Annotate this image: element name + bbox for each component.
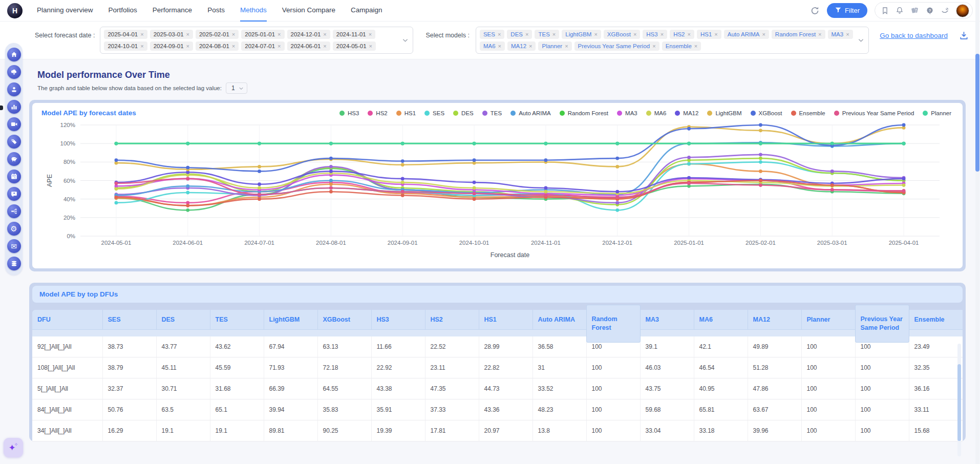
model-chip[interactable]: XGBoost× bbox=[604, 30, 640, 39]
legend-item-hs1[interactable]: HS1 bbox=[396, 110, 416, 116]
model-chip[interactable]: MA6× bbox=[480, 41, 505, 51]
refresh-icon[interactable] bbox=[810, 6, 820, 15]
model-chip[interactable]: Ensemble× bbox=[662, 41, 701, 51]
chip-close-icon[interactable]: × bbox=[323, 32, 326, 37]
chip-close-icon[interactable]: × bbox=[594, 32, 597, 37]
legend-item-hs2[interactable]: HS2 bbox=[368, 110, 387, 116]
date-chip[interactable]: 2024-11-01× bbox=[333, 30, 375, 39]
model-chip[interactable]: TES× bbox=[535, 30, 559, 39]
table-scrollbar[interactable] bbox=[957, 344, 961, 456]
model-chip[interactable]: LightGBM× bbox=[562, 30, 601, 39]
chip-close-icon[interactable]: × bbox=[140, 44, 143, 49]
models-select[interactable]: SES×DES×TES×LightGBM×XGBoost×HS3×HS2×HS1… bbox=[476, 27, 869, 54]
page-scrollbar[interactable] bbox=[975, 0, 979, 464]
chip-close-icon[interactable]: × bbox=[818, 32, 821, 37]
date-chip[interactable]: 2025-03-01× bbox=[150, 30, 193, 39]
legend-item-hs3[interactable]: HS3 bbox=[339, 110, 359, 116]
date-chip[interactable]: 2025-02-01× bbox=[196, 30, 239, 39]
integrations-icon[interactable] bbox=[7, 204, 21, 218]
page-scrollbar-thumb[interactable] bbox=[975, 54, 979, 172]
legend-item-xgboost[interactable]: XGBoost bbox=[751, 110, 782, 116]
legend-item-planner[interactable]: Planner bbox=[923, 110, 951, 116]
date-chip[interactable]: 2025-04-01× bbox=[104, 30, 147, 39]
legend-item-tes[interactable]: TES bbox=[482, 110, 502, 116]
chip-close-icon[interactable]: × bbox=[525, 32, 528, 37]
nav-item-version-compare[interactable]: Version Compare bbox=[282, 0, 335, 22]
date-chip[interactable]: 2025-01-01× bbox=[241, 30, 284, 39]
chip-close-icon[interactable]: × bbox=[140, 32, 143, 37]
nav-item-planning-overview[interactable]: Planning overview bbox=[37, 0, 93, 22]
payments-icon[interactable] bbox=[7, 82, 21, 96]
chip-close-icon[interactable]: × bbox=[323, 44, 326, 49]
chip-close-icon[interactable]: × bbox=[552, 32, 556, 37]
settings-icon[interactable]: ⚙ bbox=[7, 222, 21, 236]
help-icon[interactable]: ? bbox=[926, 7, 934, 15]
legend-item-ma3[interactable]: MA3 bbox=[617, 110, 637, 116]
chip-close-icon[interactable]: × bbox=[565, 44, 568, 49]
chip-close-icon[interactable]: × bbox=[762, 32, 765, 37]
chip-close-icon[interactable]: × bbox=[661, 32, 664, 37]
model-chip[interactable]: Random Forest× bbox=[772, 30, 825, 39]
model-chip[interactable]: Auto ARIMA× bbox=[724, 30, 769, 39]
hands-icon[interactable] bbox=[941, 7, 949, 15]
chip-close-icon[interactable]: × bbox=[633, 32, 636, 37]
legend-item-auto-arima[interactable]: Auto ARIMA bbox=[510, 110, 551, 116]
chip-close-icon[interactable]: × bbox=[278, 32, 281, 37]
data-icon[interactable] bbox=[7, 257, 21, 270]
chip-close-icon[interactable]: × bbox=[529, 44, 532, 49]
table-scrollbar-thumb[interactable] bbox=[957, 364, 961, 441]
chip-close-icon[interactable]: × bbox=[688, 32, 691, 37]
analytics-icon[interactable] bbox=[7, 100, 21, 114]
nav-item-methods[interactable]: Methods bbox=[240, 0, 267, 22]
chip-close-icon[interactable]: × bbox=[846, 32, 849, 37]
model-chip[interactable]: MA3× bbox=[828, 30, 853, 39]
legend-item-ma6[interactable]: MA6 bbox=[646, 110, 667, 116]
whats-new-icon[interactable] bbox=[910, 6, 919, 15]
savings-icon[interactable] bbox=[7, 152, 21, 166]
alerts-icon[interactable] bbox=[7, 65, 21, 79]
pricing-icon[interactable] bbox=[7, 135, 21, 149]
model-chip[interactable]: MA12× bbox=[507, 41, 536, 51]
bell-icon[interactable] bbox=[896, 6, 904, 15]
filter-button[interactable]: Filter bbox=[827, 3, 867, 18]
chip-close-icon[interactable]: × bbox=[369, 44, 372, 49]
nav-item-campaign[interactable]: Campaign bbox=[351, 0, 382, 22]
planning-icon[interactable] bbox=[7, 170, 21, 183]
nav-item-performance[interactable]: Performance bbox=[153, 0, 192, 22]
chip-close-icon[interactable]: × bbox=[694, 44, 697, 49]
chip-close-icon[interactable]: × bbox=[369, 32, 372, 37]
chip-close-icon[interactable]: × bbox=[186, 32, 189, 37]
media-icon[interactable] bbox=[7, 117, 21, 131]
model-chip[interactable]: Planner× bbox=[538, 41, 571, 51]
chip-close-icon[interactable]: × bbox=[232, 32, 235, 37]
ai-assistant-button[interactable]: ✦✧ bbox=[4, 438, 23, 457]
date-chip[interactable]: 2024-10-01× bbox=[104, 41, 147, 51]
chip-close-icon[interactable]: × bbox=[278, 44, 281, 49]
download-icon[interactable] bbox=[959, 31, 969, 40]
model-chip[interactable]: HS2× bbox=[670, 30, 694, 39]
legend-item-previous-year-same-period[interactable]: Previous Year Same Period bbox=[834, 110, 914, 116]
chip-close-icon[interactable]: × bbox=[652, 44, 655, 49]
model-chip[interactable]: HS1× bbox=[697, 30, 721, 39]
model-chip[interactable]: SES× bbox=[480, 30, 504, 39]
legend-item-ses[interactable]: SES bbox=[424, 110, 444, 116]
chip-close-icon[interactable]: × bbox=[498, 32, 501, 37]
legend-item-ensemble[interactable]: Ensemble bbox=[791, 110, 825, 116]
legend-item-des[interactable]: DES bbox=[453, 110, 474, 116]
chip-close-icon[interactable]: × bbox=[714, 32, 717, 37]
posts-icon[interactable] bbox=[7, 187, 21, 201]
user-avatar[interactable] bbox=[956, 4, 969, 17]
forecast-date-select[interactable]: 2025-04-01×2025-03-01×2025-02-01×2025-01… bbox=[100, 27, 413, 54]
date-chip[interactable]: 2024-08-01× bbox=[196, 41, 239, 51]
chip-close-icon[interactable]: × bbox=[498, 44, 501, 49]
mail-icon[interactable]: ✉ bbox=[7, 239, 21, 253]
legend-item-random-forest[interactable]: Random Forest bbox=[560, 110, 608, 116]
app-logo[interactable]: H bbox=[7, 3, 23, 18]
nav-item-portfolios[interactable]: Portfolios bbox=[109, 0, 137, 22]
model-chip[interactable]: DES× bbox=[507, 30, 532, 39]
date-chip[interactable]: 2024-07-01× bbox=[241, 41, 284, 51]
date-chip[interactable]: 2024-12-01× bbox=[287, 30, 330, 39]
go-back-to-dashboard-link[interactable]: Go back to dashboard bbox=[880, 32, 948, 39]
date-chip[interactable]: 2024-09-01× bbox=[150, 41, 193, 51]
lag-value-select[interactable]: 1 bbox=[226, 82, 247, 94]
